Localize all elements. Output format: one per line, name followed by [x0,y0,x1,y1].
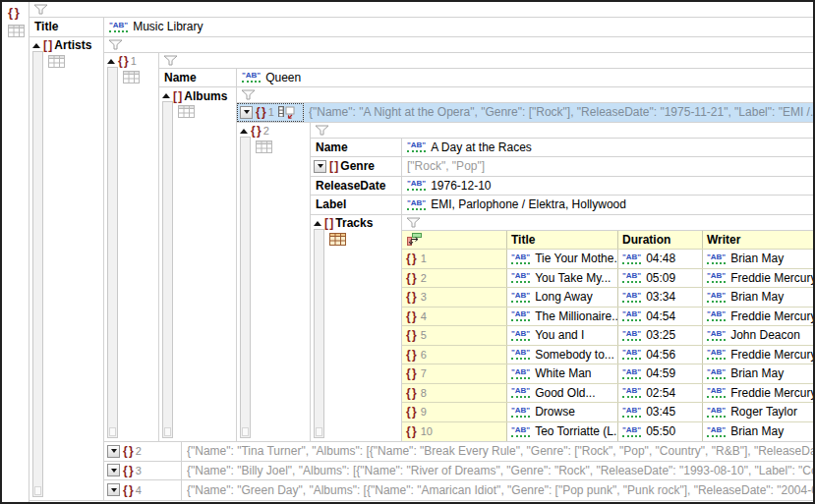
field-key-cell[interactable]: Name [311,139,402,157]
field-value-cell[interactable]: "AB" EMI, Parlophone / Elektra, Hollywoo… [402,196,813,214]
track-duration-cell[interactable]: "AB"03:25 [618,326,703,345]
field-value-cell[interactable]: "AB" 1976-12-10 [402,177,813,196]
track-row[interactable]: { }4 "AB"The Millionaire... "AB"04:54 "A… [402,308,813,327]
name-key-cell[interactable]: Name [159,69,237,87]
name-value-cell[interactable]: "AB" Queen [237,69,813,87]
track-duration-cell[interactable]: "AB"03:34 [618,288,703,307]
track-title-cell[interactable]: "AB"You Take My... [507,269,618,288]
collapse-arrow-icon[interactable] [107,59,115,64]
filter-icon[interactable] [241,89,256,100]
track-title-cell[interactable]: "AB"Somebody to... [507,346,618,364]
artist-4-row-collapsed[interactable]: { } 4 {"Name": "Green Day", "Albums": [{… [104,480,813,500]
track-title-cell[interactable]: "AB"You and I [507,326,618,345]
filter-icon[interactable] [33,4,48,15]
track-index-cell[interactable]: { }5 [402,326,507,345]
artist-2-label-cell[interactable]: { } 2 [104,442,182,461]
expand-button[interactable] [107,445,120,458]
track-row[interactable]: { }8 "AB"Good Old... "AB"02:54 "AB"Fredd… [402,384,813,404]
track-duration-cell[interactable]: "AB"02:54 [618,384,703,403]
collapse-strip[interactable] [32,51,43,497]
track-writer-cell[interactable]: "AB"Brian May [703,250,813,268]
track-title-cell[interactable]: "AB"White Man [507,364,618,383]
filter-icon[interactable] [163,55,178,66]
collapse-strip[interactable] [240,137,251,439]
collapse-arrow-icon[interactable] [32,43,40,48]
artist-1-node-cell[interactable]: { } 1 [104,53,159,442]
filter-icon[interactable] [315,125,329,136]
expand-button[interactable] [107,483,120,496]
track-title-cell[interactable]: "AB"Tie Your Mothe... [507,250,618,268]
track-writer-cell[interactable]: "AB"Freddie Mercury [703,384,813,403]
track-duration-cell[interactable]: "AB"03:45 [618,403,703,421]
artist-4-preview-cell[interactable]: {"Name": "Green Day", "Albums": [{"Name"… [182,480,813,500]
track-writer-cell[interactable]: "AB"Brian May [703,364,813,383]
transpose-header-cell[interactable] [402,231,507,250]
track-duration-cell[interactable]: "AB"04:59 [618,364,703,383]
track-duration-cell[interactable]: "AB"05:09 [618,269,703,288]
track-writer-cell[interactable]: "AB"John Deacon [703,326,813,345]
artist-3-label-cell[interactable]: { } 3 [104,462,182,480]
track-title-cell[interactable]: "AB"Teo Torriatte (L... [507,422,618,442]
track-row[interactable]: { }2 "AB"You Take My... "AB"05:09 "AB"Fr… [402,269,813,289]
field-key-cell[interactable]: Label [311,196,402,214]
expand-button[interactable] [107,464,120,476]
root-node-cell[interactable]: { } [2,2,29,502]
column-header-title[interactable]: Title [507,231,618,250]
collapse-arrow-icon[interactable] [240,129,248,134]
filter-icon[interactable] [406,217,421,228]
track-row[interactable]: { }1 "AB"Tie Your Mothe... "AB"04:48 "AB… [402,250,813,269]
collapse-strip[interactable] [162,101,173,438]
collapse-strip[interactable] [107,67,118,439]
track-duration-cell[interactable]: "AB"04:48 [618,250,703,268]
column-header-duration[interactable]: Duration [618,231,703,250]
track-writer-cell[interactable]: "AB"Brian May [703,288,813,307]
track-title-cell[interactable]: "AB"Long Away [507,288,618,307]
track-row[interactable]: { }10 "AB"Teo Torriatte (L... "AB"05:50 … [402,422,813,442]
track-row[interactable]: { }9 "AB"Drowse "AB"03:45 "AB"Roger Tayl… [402,403,813,422]
track-index-cell[interactable]: { }7 [402,364,507,383]
track-row[interactable]: { }6 "AB"Somebody to... "AB"04:56 "AB"Fr… [402,346,813,365]
expand-button[interactable] [240,106,253,119]
artist-4-label-cell[interactable]: { } 4 [104,480,182,500]
track-title-cell[interactable]: "AB"The Millionaire... [507,308,618,326]
track-row[interactable]: { }5 "AB"You and I "AB"03:25 "AB"John De… [402,326,813,346]
expand-button[interactable] [314,160,326,173]
track-index-cell[interactable]: { }8 [402,384,507,403]
tracks-node-cell[interactable]: [ ] Tracks [311,215,402,442]
genre-value-cell[interactable]: ["Rock", "Pop"] [402,157,813,176]
track-duration-cell[interactable]: "AB"04:54 [618,308,703,326]
track-index-cell[interactable]: { }2 [402,269,507,288]
genre-key-cell[interactable]: [ ] Genre [311,157,402,176]
title-value-cell[interactable]: "AB" Music Library [104,18,813,36]
transpose-table-icon[interactable] [406,232,423,247]
track-duration-cell[interactable]: "AB"05:50 [618,422,703,442]
track-index-cell[interactable]: { }4 [402,308,507,326]
track-writer-cell[interactable]: "AB"Roger Taylor [703,403,813,421]
field-key-cell[interactable]: ReleaseDate [311,177,402,196]
collapse-arrow-icon[interactable] [162,93,170,98]
artist-3-row-collapsed[interactable]: { } 3 {"Name": "Billy Joel", "Albums": [… [104,462,813,481]
track-index-cell[interactable]: { }9 [402,403,507,421]
field-value-cell[interactable]: "AB" A Day at the Races [402,139,813,157]
track-title-cell[interactable]: "AB"Good Old... [507,384,618,403]
album-1-row-selected[interactable]: { } 1 [237,103,813,123]
track-writer-cell[interactable]: "AB"Freddie Mercury [703,346,813,364]
track-index-cell[interactable]: { }6 [402,346,507,364]
artist-2-row-collapsed[interactable]: { } 2 {"Name": "Tina Turner", "Albums": … [104,442,813,462]
track-writer-cell[interactable]: "AB"Freddie Mercury [703,308,813,326]
track-writer-cell[interactable]: "AB"Brian May [703,422,813,442]
track-index-cell[interactable]: { }3 [402,288,507,307]
track-index-cell[interactable]: { }1 [402,250,507,268]
collapse-strip[interactable] [314,229,324,439]
track-writer-cell[interactable]: "AB"Freddie Mercury [703,269,813,288]
track-duration-cell[interactable]: "AB"04:56 [618,346,703,364]
track-row[interactable]: { }7 "AB"White Man "AB"04:59 "AB"Brian M… [402,364,813,384]
artist-3-preview-cell[interactable]: {"Name": "Billy Joel", "Albums": [{"Name… [182,462,813,480]
track-index-cell[interactable]: { }10 [402,422,507,442]
title-key-cell[interactable]: Title [29,18,104,36]
display-as-table-icon[interactable] [277,105,295,120]
artists-node-cell[interactable]: [ ] Artists [29,37,104,500]
album-1-label-cell[interactable]: { } 1 [237,103,304,122]
artist-2-preview-cell[interactable]: {"Name": "Tina Turner", "Albums": [{"Nam… [182,442,813,461]
column-header-writer[interactable]: Writer [703,231,813,250]
